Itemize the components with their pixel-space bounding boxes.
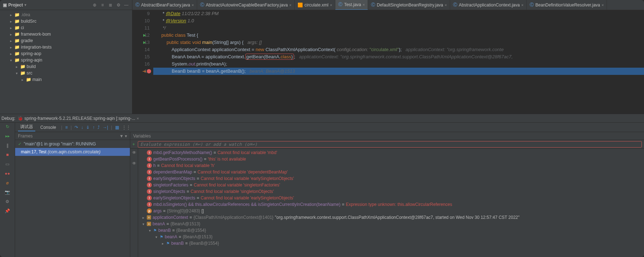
editor-tab[interactable]: ⒸTest.java× [335, 0, 368, 10]
project-title[interactable]: ▣Project▾ [3, 3, 26, 8]
variable-row[interactable]: !h = Cannot find local variable 'h' [138, 162, 644, 169]
editor-tab[interactable]: ⒸAbstractAutowireCapableBeanFactory.java… [197, 0, 295, 10]
drop-frame-icon[interactable]: ⤴ [97, 125, 100, 130]
tree-item[interactable]: ▾📁spring-aqin [0, 57, 132, 63]
step-into-icon[interactable]: ↓ [81, 125, 83, 130]
editor-tab[interactable]: ⒸAbstractApplicationContext.java× [450, 0, 527, 10]
close-icon[interactable]: × [602, 3, 604, 7]
code-line[interactable]: System.out.println(beanA); [153, 60, 644, 68]
file-icon: Ⓒ [530, 2, 534, 8]
layout-icon[interactable]: ▭ [4, 162, 11, 168]
select-opened-file-icon[interactable]: ⊕ [92, 3, 97, 8]
stop-icon[interactable]: ■ [4, 152, 11, 159]
tree-item[interactable]: ▾📁src [0, 70, 132, 76]
step-out-icon[interactable]: ↑ [92, 125, 95, 130]
view-breakpoints-icon[interactable]: ●● [4, 171, 11, 177]
project-tree[interactable]: ▸📁.idea▸📁buildSrc▸📁ci▸📁framework-bom▸📁gr… [0, 10, 132, 114]
debug-config[interactable]: 🐞 spring-framework-5.2.21.RELEASE:spring… [18, 116, 139, 121]
tree-item[interactable]: ▸📁framework-bom [0, 31, 132, 37]
tree-item[interactable]: ▸📁ci [0, 24, 132, 31]
tree-item[interactable]: ▸📁buildSrc [0, 18, 132, 24]
close-icon[interactable]: × [137, 116, 139, 121]
error-icon: ! [147, 163, 152, 168]
code-line[interactable]: * @Date 11/21/22 2:38 PM [153, 10, 644, 17]
variable-row[interactable]: !dependentBeanMap = Cannot find local va… [138, 169, 644, 175]
variable-row[interactable]: ▸≡applicationContext = {ClassPathXmlAppl… [138, 214, 644, 221]
tree-item[interactable]: ▸📁.idea [0, 12, 132, 18]
param-icon: p [147, 208, 152, 213]
step-over-icon[interactable]: ↷ [74, 125, 78, 130]
run-gutter-icon[interactable]: ▶ [143, 39, 146, 46]
variables-tree[interactable]: !mbd.getFactoryMethodName() = Cannot fin… [138, 149, 644, 257]
close-icon[interactable]: × [192, 3, 194, 7]
evaluate-expression-input-wrap[interactable] [138, 141, 642, 148]
variable-row[interactable]: ▾⚑beanB = {BeanB@1554} [138, 227, 644, 234]
editor-tab[interactable]: ⒸBeanDefinitionValueResolver.java× [527, 0, 607, 10]
variable-row[interactable]: !earlySingletonObjects = Cannot find loc… [138, 195, 644, 201]
variable-row[interactable]: ▾≡beanA = {BeanA@1513} [138, 221, 644, 227]
tree-item[interactable]: ▸📁build [0, 63, 132, 70]
close-icon[interactable]: × [289, 3, 291, 7]
watch-eye-icon[interactable]: 👁 [131, 150, 137, 157]
collapse-all-icon[interactable]: ≣ [108, 3, 113, 8]
variable-row[interactable]: !getBeanPostProcessors() = 'this' is not… [138, 156, 644, 162]
tree-item[interactable]: ▸📁integration-tests [0, 44, 132, 50]
editor-tab[interactable]: ⒸAbstractBeanFactory.java× [132, 0, 197, 10]
code-line[interactable]: */ [153, 24, 644, 32]
code-line[interactable]: BeanB beanB = beanA.getBeanB(); beanA: B… [153, 68, 644, 75]
variable-row[interactable]: !singletonObjects = Cannot find local va… [138, 188, 644, 195]
editor-gutter[interactable]: 91011▶12▶13141516➔17 [132, 10, 153, 114]
evaluate-icon[interactable]: ▦ [115, 125, 119, 130]
restart-frame-icon[interactable]: ≡ [65, 125, 68, 130]
chevron-down-icon[interactable]: ▾ [125, 134, 127, 139]
evaluate-expression-input[interactable] [140, 142, 639, 147]
code-line[interactable]: public class Test { [153, 32, 644, 39]
run-gutter-icon[interactable]: ▶ [143, 32, 146, 39]
filter-icon[interactable]: ▼ [119, 134, 124, 139]
variable-row[interactable]: !mbd.getFactoryMethodName() = Cannot fin… [138, 149, 644, 156]
tree-item[interactable]: ▸📁main [0, 76, 132, 83]
code-editor[interactable]: 91011▶12▶13141516➔17 * @Date 11/21/22 2:… [132, 10, 644, 114]
error-icon: ! [147, 182, 152, 188]
thread-selector[interactable]: ✓ "main"@1 in group "main": RUNNING [15, 140, 130, 148]
close-icon[interactable]: × [521, 3, 523, 7]
variable-row[interactable]: pargs = {String[0]@2483} [] [138, 208, 644, 214]
code-line[interactable]: ApplicationContext applicationContext = … [153, 46, 644, 53]
breakpoint-icon[interactable] [147, 69, 151, 73]
variable-row[interactable]: !mbd.isSingleton() && this.allowCircular… [138, 201, 644, 208]
settings-icon[interactable]: ⚙ [4, 199, 11, 206]
code-line[interactable]: public static void main(String[] args) {… [153, 39, 644, 46]
variable-row[interactable]: ▾⚑beanA = {BeanA@1513} [138, 234, 644, 240]
close-icon[interactable]: × [363, 3, 365, 7]
add-watch-icon[interactable]: + [132, 142, 135, 147]
editor-tab[interactable]: 🟧circulate.xml× [295, 0, 335, 10]
tree-item[interactable]: ▸📁gradle [0, 37, 132, 44]
camera-icon[interactable]: 📷 [4, 190, 11, 196]
rerun-icon[interactable]: ↻ [4, 124, 11, 131]
trace-icon[interactable]: ⋮⋮ [122, 125, 131, 130]
code-lines[interactable]: * @Date 11/21/22 2:38 PM * @Version 1.0 … [153, 10, 644, 114]
force-step-into-icon[interactable]: ⇓ [86, 125, 90, 130]
variable-row[interactable]: !earlySingletonObjects = Cannot find loc… [138, 175, 644, 182]
tab-console[interactable]: Console [38, 124, 58, 131]
stack-frame[interactable]: main:17, Test (com.aqin.custom.circulate… [15, 148, 130, 156]
tree-item[interactable]: ▸📁spring-aop [0, 50, 132, 57]
close-icon[interactable]: × [330, 3, 332, 7]
hide-icon[interactable]: — [123, 3, 129, 8]
editor-tabs-bar: ⒸAbstractBeanFactory.java×ⒸAbstractAutow… [132, 0, 644, 10]
variable-row[interactable]: ▸⚑beanB = {BeanB@1554} [138, 240, 644, 247]
close-icon[interactable]: × [445, 3, 447, 7]
run-to-cursor-icon[interactable]: →| [103, 125, 108, 130]
mute-breakpoints-icon[interactable]: ⌀ [4, 180, 11, 187]
code-line[interactable]: * @Version 1.0 [153, 17, 644, 24]
editor-tab[interactable]: ⒸDefaultSingletonBeanRegistry.java× [368, 0, 450, 10]
tab-debugger[interactable]: 调试器 [18, 123, 35, 131]
watch-eye-icon[interactable]: 👁 [131, 161, 137, 167]
variable-row[interactable]: !singletonFactories = Cannot find local … [138, 182, 644, 188]
pause-icon[interactable]: ‖ [4, 143, 11, 149]
expand-all-icon[interactable]: ≡ [100, 3, 105, 8]
pin-icon[interactable]: 📌 [4, 208, 11, 215]
code-line[interactable]: BeanA beanA = applicationContext.getBean… [153, 53, 644, 60]
resume-icon[interactable]: ▸▸ [4, 134, 11, 140]
gear-icon[interactable]: ⚙ [115, 3, 121, 8]
